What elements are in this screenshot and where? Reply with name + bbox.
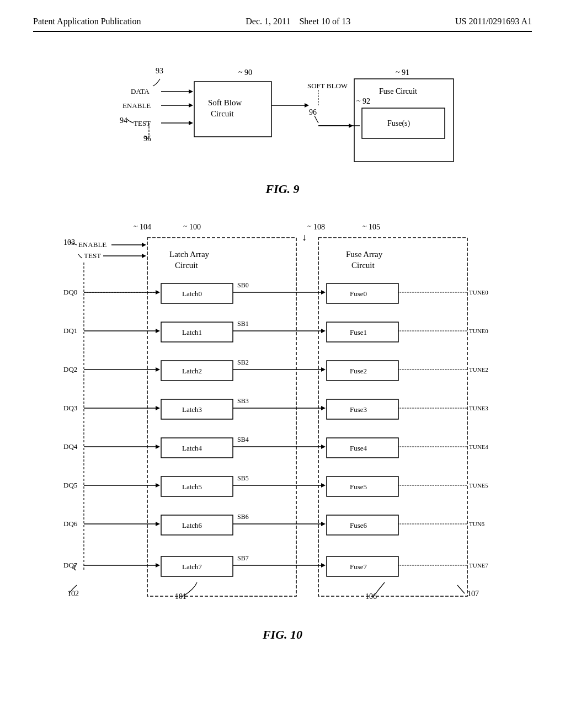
dq0-label: DQ0 (63, 288, 77, 296)
ref-103: 103 (63, 238, 75, 247)
tune2-label: TUNE2 (469, 366, 488, 373)
ref-106: 106 (365, 592, 377, 601)
ref-90: ~ 90 (238, 68, 252, 77)
latch7-label: Latch7 (182, 563, 202, 571)
sb7-arrowhead (321, 563, 326, 568)
fig10-label: FIG. 10 (48, 628, 517, 642)
dq2-label: DQ2 (63, 365, 77, 373)
test-10-curve (78, 254, 82, 258)
header-left: Patent Application Publication (33, 17, 141, 26)
sb6-arrowhead (321, 522, 326, 526)
data-arrowhead (189, 89, 193, 94)
sb1-label: SB1 (237, 320, 249, 328)
tune4-label: TUNE4 (469, 443, 488, 450)
sb-arrowhead (305, 103, 309, 108)
enable-label: ENABLE (122, 101, 151, 110)
ref-94-line (127, 119, 134, 123)
fig9-label: FIG. 9 (89, 182, 476, 196)
sb0-arrowhead (321, 290, 326, 295)
ref-96: 96 (309, 108, 317, 116)
latch4-label: Latch4 (182, 444, 202, 452)
dq7-arrowhead (156, 563, 160, 568)
ref-96-line (315, 116, 318, 123)
enable-10-arrowhead (142, 243, 146, 247)
sb3-label: SB3 (237, 397, 249, 405)
test-arrowhead (189, 121, 193, 125)
ref-107: 107 (467, 590, 479, 598)
tune5-label: TUNE5 (469, 482, 488, 489)
latch3-label: Latch3 (182, 405, 202, 414)
ref-102: 102 (67, 590, 79, 598)
page-header: Patent Application Publication Dec. 1, 2… (33, 17, 532, 32)
dq1-arrowhead (156, 329, 160, 333)
tune0-label: TUNE0 (469, 289, 488, 296)
dq2-arrowhead (156, 367, 160, 372)
enable-arrowhead (189, 103, 193, 108)
tune6-label: TUN6 (469, 521, 485, 527)
sb5-arrowhead (321, 483, 326, 488)
data-label: DATA (131, 87, 150, 95)
ref-93-line (153, 79, 160, 86)
sb3-arrowhead (321, 406, 326, 410)
dq5-arrowhead (156, 483, 160, 488)
fuse-array-label2: Circuit (351, 261, 375, 270)
ref-93: 93 (156, 67, 163, 75)
sb6-label: SB6 (237, 513, 249, 521)
sb0-label: SB0 (237, 281, 249, 289)
fuse-array-box (318, 238, 467, 596)
ref-94: 94 (120, 116, 127, 125)
ref-108: ~ 108 (307, 223, 325, 231)
fig9-svg: 93 DATA ENABLE 94 TEST 95 (89, 49, 476, 175)
ref-91: ~ 91 (396, 68, 409, 77)
fuse6-label: Fuse6 (350, 521, 367, 529)
soft-blow-label2: Circuit (211, 109, 234, 118)
dq6-label: DQ6 (63, 520, 78, 528)
test-10-arrowhead (142, 254, 146, 258)
test-label: TEST (134, 119, 151, 127)
fig10-container: ~ 104 ~ 100 ~ 108 ~ 105 103 ENABLE TEST (48, 213, 517, 642)
fuse0-label: Fuse0 (350, 290, 367, 298)
fuses-label: Fuse(s) (387, 119, 411, 128)
ref-104: ~ 104 (134, 223, 151, 231)
ref-101: 101 (175, 592, 186, 601)
tune1-label: TUNE0 (469, 328, 488, 334)
latch6-label: Latch6 (182, 521, 202, 529)
latch-array-label1: Latch Array (169, 250, 210, 259)
sb2-label: SB2 (237, 358, 249, 366)
soft-blow-text: SOFT BLOW (307, 82, 348, 90)
dq3-arrowhead (156, 406, 160, 410)
sb5-label: SB5 (237, 474, 249, 482)
soft-blow-label1: Soft Blow (208, 98, 242, 107)
fuse4-label: Fuse4 (350, 444, 367, 452)
latch-array-box (147, 238, 296, 596)
sb7-label: SB7 (237, 554, 249, 562)
latch2-label: Latch2 (182, 367, 202, 375)
latch-array-label2: Circuit (175, 261, 198, 270)
dq0-arrowhead (156, 290, 160, 295)
header-center: Dec. 1, 2011 Sheet 10 of 13 (246, 17, 350, 26)
dq4-label: DQ4 (63, 442, 78, 451)
fuse-array-label1: Fuse Array (346, 250, 383, 259)
ref-92: ~ 92 (356, 97, 370, 105)
fuse7-label: Fuse7 (350, 563, 367, 571)
latch1-label: Latch1 (182, 328, 202, 336)
page: Patent Application Publication Dec. 1, 2… (0, 0, 565, 728)
dq4-arrowhead (156, 445, 160, 449)
tune7-label: TUNE7 (469, 562, 488, 569)
fuse1-label: Fuse1 (350, 328, 367, 336)
dq1-label: DQ1 (63, 326, 77, 335)
sb1-arrowhead (321, 329, 326, 333)
dq3-label: DQ3 (63, 404, 77, 412)
down-arrow-symbol: ↓ (302, 232, 307, 243)
fig10-svg: ~ 104 ~ 100 ~ 108 ~ 105 103 ENABLE TEST (48, 213, 517, 621)
diagrams-area: 93 DATA ENABLE 94 TEST 95 (33, 49, 532, 642)
sb2-arrowhead (321, 367, 326, 372)
fuse5-label: Fuse5 (350, 483, 367, 491)
fuse3-label: Fuse3 (350, 405, 367, 414)
fuse2-label: Fuse2 (350, 367, 367, 375)
ref-107-line (457, 585, 465, 593)
ref-105: ~ 105 (363, 223, 380, 231)
sb4-label: SB4 (237, 436, 249, 443)
header-right: US 2011/0291693 A1 (455, 17, 532, 26)
fig9-container: 93 DATA ENABLE 94 TEST 95 (89, 49, 476, 196)
